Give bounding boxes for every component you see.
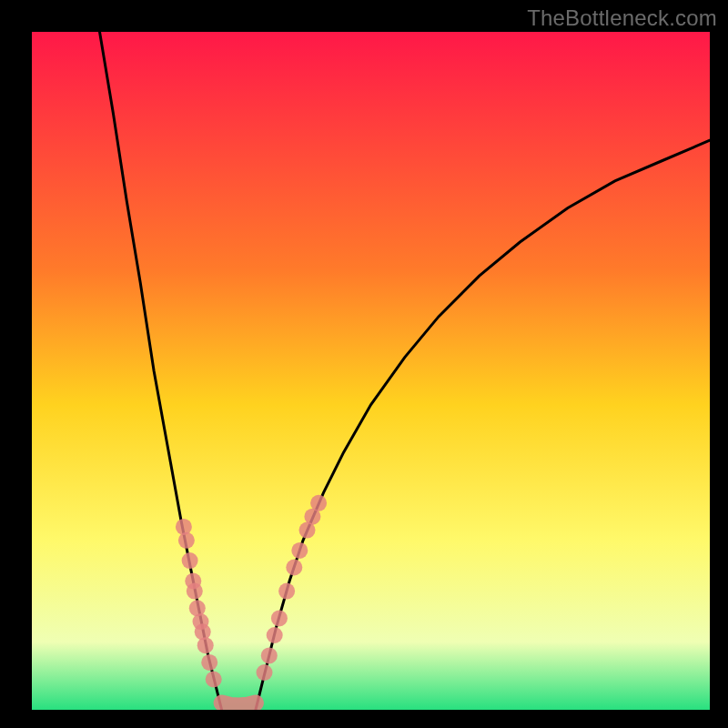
plot-area — [32, 32, 710, 710]
watermark-text: TheBottleneck.com — [527, 5, 717, 31]
dot-right — [261, 647, 278, 663]
dot-right — [271, 610, 288, 626]
dot-left — [206, 672, 222, 688]
chart-svg — [32, 32, 710, 710]
dot-left — [176, 519, 192, 535]
dot-left — [182, 552, 198, 569]
dot-right — [310, 495, 327, 511]
chart-frame: TheBottleneck.com — [0, 0, 728, 728]
dot-left — [197, 637, 214, 653]
dot-right — [267, 627, 283, 643]
dot-left — [187, 583, 203, 600]
gradient-background — [32, 32, 710, 710]
dot-left — [195, 623, 211, 640]
dot-right — [278, 583, 295, 600]
dot-right — [257, 664, 273, 681]
dot-right — [291, 542, 308, 559]
dot-bottom-cluster — [222, 703, 256, 706]
dot-right — [286, 560, 302, 576]
dot-left — [178, 532, 195, 549]
dot-left — [201, 654, 217, 671]
